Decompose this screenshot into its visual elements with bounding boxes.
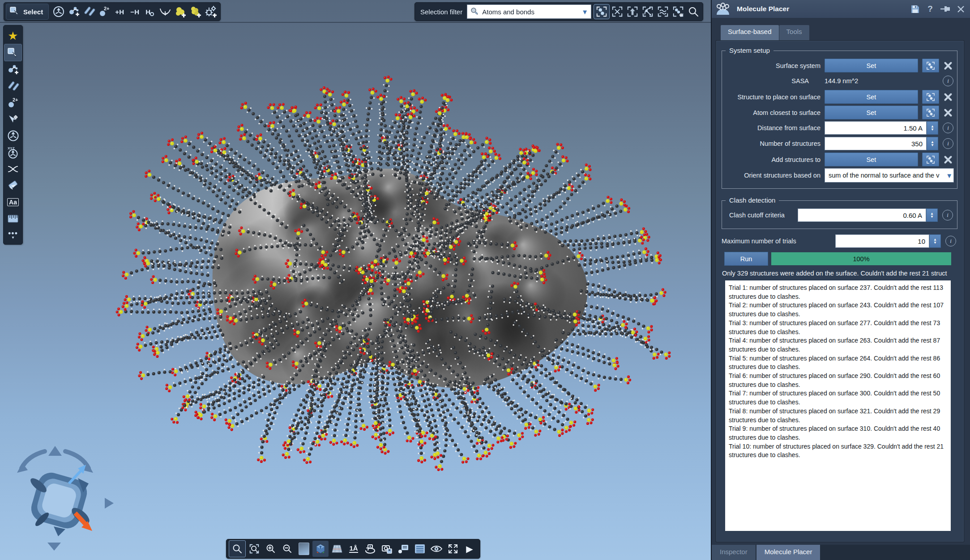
- camera-snapshot-icon[interactable]: [379, 541, 395, 557]
- max-trials-spinner[interactable]: ▲▼: [929, 234, 941, 248]
- palette-select-tool[interactable]: [4, 44, 22, 61]
- tab-inspector[interactable]: Inspector: [712, 545, 756, 560]
- structure-clear-button[interactable]: [942, 91, 954, 103]
- rotate-compass-icon[interactable]: [4, 127, 21, 144]
- annotation-icon[interactable]: [395, 541, 411, 557]
- favorites-star-icon[interactable]: ★: [4, 27, 21, 44]
- add-atom-icon[interactable]: [66, 4, 81, 19]
- surface-system-set-button[interactable]: Set: [825, 59, 918, 72]
- palette-bond-icon[interactable]: [4, 78, 21, 94]
- surface-system-pick-button[interactable]: [922, 59, 939, 72]
- clash-cutoff-info-icon[interactable]: i: [942, 210, 953, 221]
- num-structures-spinner[interactable]: ▲▼: [927, 137, 938, 150]
- add-structures-pick-button[interactable]: [922, 153, 939, 166]
- sasa-info-icon[interactable]: i: [943, 76, 953, 86]
- 3d-viewport[interactable]: Select 2+ +H −H H: [0, 0, 711, 560]
- xyz-compass-icon[interactable]: XYZ: [4, 144, 21, 161]
- move-tool-icon[interactable]: [4, 111, 21, 127]
- save-icon[interactable]: [910, 4, 920, 14]
- tab-tools[interactable]: Tools: [779, 25, 809, 40]
- distance-spinner[interactable]: ▲▼: [927, 121, 938, 135]
- structure-pick-button[interactable]: [922, 90, 939, 104]
- add-molecule-icon[interactable]: [173, 4, 188, 19]
- visibility-eye-icon[interactable]: [428, 541, 444, 557]
- twister-icon[interactable]: [4, 161, 21, 177]
- log-output[interactable]: Trial 1: number of structures placed on …: [725, 280, 951, 531]
- add-molecules-icon[interactable]: [188, 4, 203, 19]
- more-tools-button[interactable]: ••• ▾: [4, 227, 21, 243]
- zoom-tool-icon[interactable]: [229, 540, 246, 557]
- remove-hydrogen-button[interactable]: −H: [127, 4, 142, 19]
- view-cube[interactable]: [28, 470, 92, 536]
- select-all-icon[interactable]: [594, 4, 610, 19]
- measure-ruler-icon[interactable]: [4, 210, 21, 227]
- clash-cutoff-spinner[interactable]: ▲▼: [926, 208, 938, 222]
- expand-view-icon[interactable]: [445, 541, 461, 557]
- system-setup-group: System setup Surface system Set SASA 144…: [722, 51, 957, 189]
- tab-molecule-placer[interactable]: Molecule Placer: [756, 545, 820, 560]
- palette-add-atom-icon[interactable]: [4, 61, 21, 78]
- add-bond-icon[interactable]: [81, 4, 97, 19]
- palette-ion-icon[interactable]: 2+: [4, 94, 21, 111]
- tab-surface-based[interactable]: Surface-based: [721, 25, 779, 40]
- distance-input[interactable]: [825, 121, 927, 135]
- distance-info-icon[interactable]: i: [943, 123, 953, 133]
- deselect-icon[interactable]: [610, 4, 625, 19]
- pin-icon[interactable]: [940, 4, 950, 14]
- ground-plane-icon[interactable]: [329, 541, 345, 557]
- close-icon[interactable]: [956, 4, 966, 14]
- zoom-out-icon[interactable]: [279, 541, 295, 557]
- clash-cutoff-input[interactable]: [798, 208, 926, 222]
- atom-closest-pick-button[interactable]: [922, 106, 939, 119]
- minimize-structure-icon[interactable]: [158, 4, 173, 19]
- camera-compass-icon[interactable]: [51, 4, 66, 19]
- navigation-cube[interactable]: [13, 441, 120, 552]
- find-icon[interactable]: [686, 4, 701, 19]
- atom-closest-set-button[interactable]: Set: [825, 106, 918, 119]
- rotate-left-arc[interactable]: [21, 451, 45, 468]
- zoom-to-selection-icon[interactable]: [246, 541, 262, 557]
- run-button[interactable]: Run: [724, 252, 768, 266]
- select-similar-icon[interactable]: [655, 4, 671, 19]
- hydrogen-visibility-icon[interactable]: H: [142, 4, 158, 19]
- molecule-placer-icon: [715, 3, 731, 15]
- rotate-right-arrow[interactable]: [105, 498, 114, 509]
- application-window: Select 2+ +H −H H: [0, 0, 970, 560]
- select-tool-button[interactable]: Select: [6, 4, 49, 20]
- add-structures-set-button[interactable]: Set: [825, 153, 918, 166]
- num-structures-input[interactable]: [825, 137, 927, 150]
- structure-set-button[interactable]: Set: [825, 90, 918, 104]
- surface-system-clear-button[interactable]: [942, 60, 954, 72]
- add-hydrogen-button[interactable]: +H: [112, 4, 127, 19]
- log-line: Trial 10: number of structures placed on…: [729, 442, 947, 460]
- add-structures-label: Add structures to: [726, 156, 820, 163]
- settings-gears-icon[interactable]: [203, 4, 218, 19]
- clash-detection-group: Clash detection Clash cutoff criteria ▲▼…: [722, 200, 957, 229]
- add-structures-clear-button[interactable]: [942, 154, 954, 165]
- select-connected-icon[interactable]: [640, 4, 655, 19]
- background-gradient-icon[interactable]: [296, 541, 312, 557]
- rotate-down-arrow[interactable]: [47, 543, 61, 551]
- fullscreen-panel-icon[interactable]: [412, 541, 428, 557]
- structure-label: Structure to place on surface: [726, 93, 820, 101]
- play-animation-icon[interactable]: ▶: [461, 541, 478, 557]
- atom-closest-clear-button[interactable]: [942, 107, 954, 119]
- status-message: Only 329 structures were added on the su…: [722, 270, 963, 277]
- max-trials-input[interactable]: [835, 234, 929, 248]
- select-parent-icon[interactable]: [625, 4, 640, 19]
- zoom-in-icon[interactable]: [263, 541, 279, 557]
- selection-filter-dropdown[interactable]: Atoms and bonds ▼: [467, 4, 591, 19]
- help-icon[interactable]: ?: [925, 4, 935, 14]
- navigation-cube-toggle-icon[interactable]: [312, 541, 329, 557]
- scale-indicator-icon[interactable]: 1Å: [346, 541, 362, 557]
- selection-filter-value: Atoms and bonds: [482, 8, 578, 16]
- ion-charge-icon[interactable]: 2+: [97, 4, 112, 19]
- eraser-icon[interactable]: [4, 177, 21, 194]
- extend-selection-icon[interactable]: [671, 4, 686, 19]
- num-structures-info-icon[interactable]: i: [943, 138, 953, 149]
- camera-orbit-icon[interactable]: [362, 541, 378, 557]
- orient-dropdown[interactable]: sum of the normal to surface and the v ▼: [825, 168, 954, 182]
- max-trials-info-icon[interactable]: i: [945, 236, 956, 246]
- text-label-tool[interactable]: Aa: [4, 194, 21, 210]
- rotate-up-arrow[interactable]: [48, 446, 62, 456]
